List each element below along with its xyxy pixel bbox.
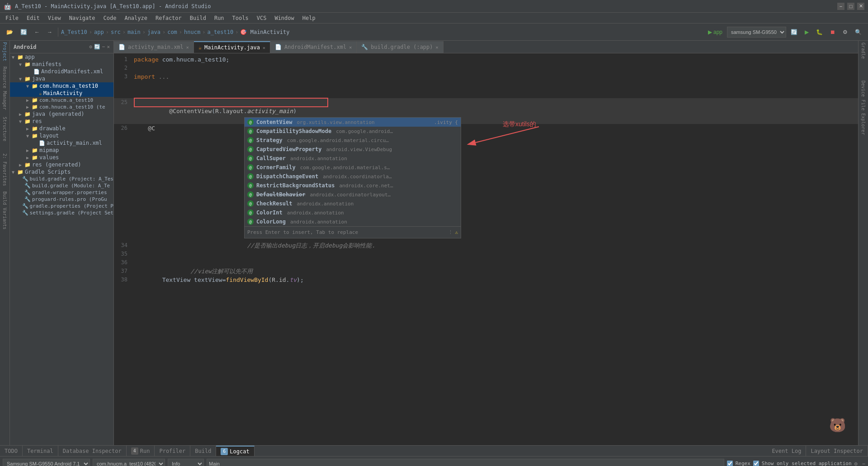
- tab-profiler[interactable]: Profiler: [155, 446, 190, 456]
- tree-manifests[interactable]: ▼ 📁 manifests: [10, 61, 113, 68]
- ac-item-default[interactable]: @ DefaultBehavior androidx.coordinatorla…: [245, 190, 461, 199]
- tab-close-androidmanifest[interactable]: ✕: [349, 45, 352, 50]
- search-everywhere[interactable]: 🔍: [852, 26, 864, 38]
- build-variants-icon[interactable]: Build Variants: [0, 205, 10, 215]
- breadcrumb-com[interactable]: com: [167, 29, 177, 35]
- tree-activity-main-xml[interactable]: 📄 activity_main.xml: [10, 139, 113, 147]
- tree-com-hnucm-test10-3[interactable]: ▶ 📁 com.hnucm.a_test10 (te: [10, 104, 113, 110]
- favorites-icon[interactable]: 2: Favorites: [0, 165, 10, 175]
- breadcrumb-mainactivity[interactable]: 🎯 MainActivity: [240, 29, 289, 35]
- tab-close-mainactivity[interactable]: ✕: [263, 45, 265, 50]
- structure-icon[interactable]: Structure: [0, 124, 10, 134]
- breadcrumb-java[interactable]: java: [147, 29, 160, 35]
- ac-item-contentview[interactable]: @ ContentView org.xutils.view.annotation…: [245, 118, 461, 127]
- ac-item-callsuper[interactable]: @ CallSuper androidx.annotation: [245, 154, 461, 163]
- tree-drawable[interactable]: ▶ 📁 drawable: [10, 125, 113, 132]
- tab-close-build-gradle[interactable]: ✕: [436, 45, 439, 50]
- sidebar-minus-icon[interactable]: −: [102, 44, 105, 50]
- device-selector[interactable]: samsung SM-G9550: [727, 27, 786, 38]
- ac-item-compat[interactable]: @ CompatibilityShadowMode com.google.and…: [245, 127, 461, 136]
- menu-navigate[interactable]: Navigate: [66, 14, 99, 22]
- sidebar-close-icon[interactable]: ✕: [107, 44, 110, 50]
- ac-item-colorint[interactable]: @ ColorInt androidx.annotation: [245, 208, 461, 217]
- tree-java[interactable]: ▼ 📁 java: [10, 75, 113, 82]
- tree-com-hnucm-test10[interactable]: ▼ 📁 com.hnucm.a_test10: [10, 82, 113, 90]
- breadcrumb-a-test10[interactable]: A_Test10: [61, 29, 87, 35]
- level-select-logcat[interactable]: Info Verbose Debug Warning Error: [168, 459, 204, 466]
- tab-close-activity-xml[interactable]: ✕: [186, 45, 189, 50]
- tree-mainactivity[interactable]: ☕ MainActivity: [10, 90, 113, 97]
- tab-database-inspector[interactable]: Database Inspector: [58, 446, 127, 456]
- ac-item-checkresult[interactable]: @ CheckResult androidx.annotation: [245, 199, 461, 208]
- menu-vcs[interactable]: VCS: [253, 14, 270, 22]
- sidebar-gear-icon[interactable]: ⚙: [89, 44, 92, 50]
- tree-build-gradle-module[interactable]: 🔧 build.gradle (Module: A_Te: [10, 182, 113, 189]
- tab-mainactivity-java[interactable]: ☕ MainActivity.java ✕: [194, 41, 270, 53]
- tree-gradle-scripts[interactable]: ▼ 📁 Gradle Scripts: [10, 168, 113, 176]
- tree-mipmap[interactable]: ▶ 📁 mipmap: [10, 147, 113, 154]
- package-select-logcat[interactable]: com.hnucm.a_test10 (4820): [93, 459, 165, 466]
- tab-androidmanifest[interactable]: 📄 AndroidManifest.xml ✕: [270, 41, 357, 53]
- tree-gradle-properties[interactable]: 🔧 gradle.properties (Project P: [10, 203, 113, 209]
- regex-checkbox[interactable]: [727, 461, 733, 466]
- maximize-button[interactable]: □: [847, 3, 854, 10]
- tab-build-gradle[interactable]: 🔧 build.gradle (:app) ✕: [357, 41, 443, 53]
- project-panel-icon[interactable]: 1: Project: [0, 43, 10, 52]
- ac-item-dispatch[interactable]: @ DispatchChangeEvent androidx.coordinat…: [245, 172, 461, 181]
- tree-res[interactable]: ▼ 📁 res: [10, 118, 113, 125]
- run-button[interactable]: ▶ app: [705, 26, 725, 38]
- tree-settings-gradle[interactable]: 🔧 settings.gradle (Project Set: [10, 209, 113, 216]
- menu-refactor[interactable]: Refactor: [152, 14, 185, 22]
- ac-item-cornerfam[interactable]: @ CornerFamily com.google.android.materi…: [245, 163, 461, 172]
- close-button[interactable]: ✕: [857, 3, 864, 10]
- settings-button[interactable]: ⚙: [840, 26, 850, 38]
- tab-build[interactable]: Build: [190, 446, 216, 456]
- tree-gradle-wrapper[interactable]: 🔧 gradle-wrapper.properties: [10, 189, 113, 196]
- logcat-settings-icon[interactable]: ⚙: [854, 461, 858, 466]
- tree-values[interactable]: ▶ 📁 values: [10, 154, 113, 161]
- tab-layout-inspector[interactable]: Layout Inspector: [806, 446, 868, 456]
- back-button[interactable]: ←: [32, 26, 42, 38]
- tree-androidmanifest[interactable]: 📄 AndroidManifest.xml: [10, 68, 113, 75]
- menu-edit[interactable]: Edit: [23, 14, 43, 22]
- tab-todo[interactable]: TODO: [0, 446, 23, 456]
- show-only-checkbox[interactable]: [753, 461, 759, 466]
- sync-button[interactable]: 🔄: [18, 26, 30, 38]
- tree-layout[interactable]: ▼ 📁 layout: [10, 132, 113, 139]
- tree-proguard[interactable]: 🔧 proguard-rules.pro (ProGu: [10, 196, 113, 203]
- tree-java-generated[interactable]: ▶ 📁 java (generated): [10, 110, 113, 118]
- stop-button[interactable]: ⏹: [827, 26, 838, 38]
- ac-item-restrict[interactable]: @ RestrictBackgroundStatus androidx.core…: [245, 181, 461, 190]
- tree-res-generated[interactable]: ▶ 📁 res (generated): [10, 161, 113, 168]
- build-refresh[interactable]: 🔄: [788, 26, 800, 38]
- resource-manager-icon[interactable]: Resource Manager: [0, 83, 10, 93]
- breadcrumb-src[interactable]: src: [111, 29, 121, 35]
- device-file-explorer-icon[interactable]: Device File Explorer: [861, 81, 866, 135]
- sidebar-sync-icon[interactable]: 🔄: [94, 44, 100, 50]
- breadcrumb-app[interactable]: app: [94, 29, 104, 35]
- menu-window[interactable]: Window: [271, 14, 297, 22]
- run-app-button[interactable]: ▶: [802, 26, 811, 38]
- breadcrumb-a-test10-pkg[interactable]: a_test10: [207, 29, 233, 35]
- debug-button[interactable]: 🐛: [813, 26, 826, 38]
- breadcrumb-hnucm[interactable]: hnucm: [184, 29, 200, 35]
- ac-item-captured[interactable]: @ CapturedViewProperty android.view.View…: [245, 145, 461, 154]
- ac-item-colorlong[interactable]: @ ColorLong androidx.annotation: [245, 217, 461, 226]
- tab-activity-main-xml[interactable]: 📄 activity_main.xml ✕: [114, 41, 194, 53]
- ac-item-strategy[interactable]: @ Strategy com.google.android.material.c…: [245, 136, 461, 145]
- menu-code[interactable]: Code: [100, 14, 120, 22]
- tree-build-gradle-project[interactable]: 🔧 build.gradle (Project: A_Tes: [10, 176, 113, 182]
- device-select-logcat[interactable]: Samsung SM-G9550 Android 7.1: [3, 459, 90, 466]
- gradle-icon[interactable]: Gradle: [861, 43, 866, 59]
- menu-run[interactable]: Run: [211, 14, 228, 22]
- tree-com-hnucm-test10-2[interactable]: ▶ 📁 com.hnucm.a_test10: [10, 97, 113, 104]
- open-file-button[interactable]: 📂: [4, 26, 16, 38]
- tab-event-log[interactable]: Event Log: [767, 446, 806, 456]
- menu-build[interactable]: Build: [186, 14, 210, 22]
- logcat-minimize-icon[interactable]: −: [862, 461, 865, 466]
- autocomplete-popup[interactable]: @ ContentView org.xutils.view.annotation…: [244, 117, 461, 238]
- menu-analyze[interactable]: Analyze: [121, 14, 151, 22]
- tab-run[interactable]: 4 Run: [127, 446, 155, 456]
- breadcrumb-main[interactable]: main: [127, 29, 141, 35]
- forward-button[interactable]: →: [44, 26, 55, 38]
